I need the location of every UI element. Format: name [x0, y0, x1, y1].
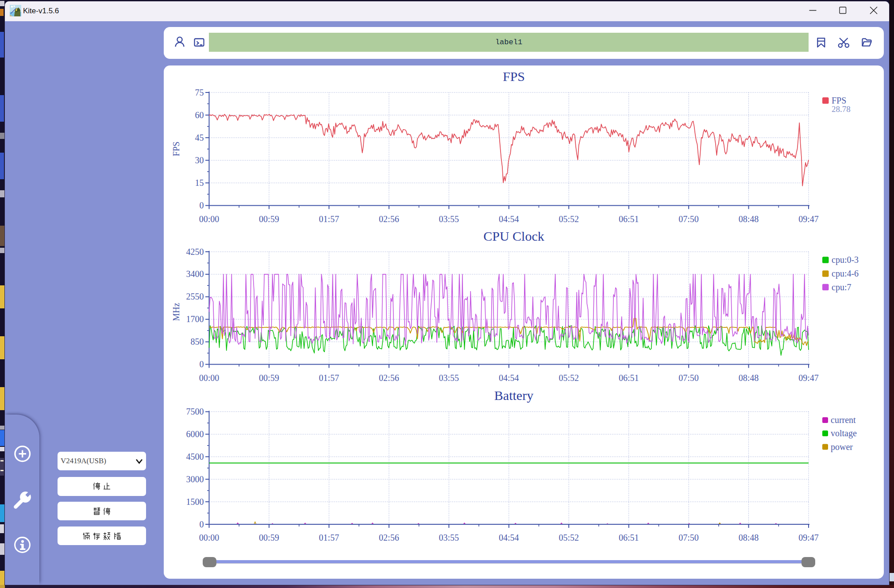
svg-text:07:50: 07:50	[678, 373, 699, 383]
svg-text:07:50: 07:50	[678, 214, 699, 224]
svg-text:09:47: 09:47	[798, 214, 819, 224]
svg-text:04:54: 04:54	[499, 373, 519, 383]
svg-text:05:52: 05:52	[559, 533, 579, 542]
svg-text:00:59: 00:59	[259, 533, 279, 542]
svg-text:0: 0	[200, 200, 204, 210]
svg-text:06:51: 06:51	[619, 214, 639, 224]
svg-text:06:51: 06:51	[619, 373, 639, 383]
svg-text:05:52: 05:52	[559, 373, 579, 383]
svg-text:Battery: Battery	[494, 388, 533, 403]
svg-text:04:54: 04:54	[499, 533, 519, 542]
svg-text:02:56: 02:56	[379, 214, 399, 224]
svg-text:06:51: 06:51	[619, 533, 639, 542]
svg-text:cpu:7: cpu:7	[832, 282, 851, 292]
svg-text:00:00: 00:00	[199, 373, 220, 383]
svg-text:45: 45	[195, 133, 204, 142]
svg-text:6000: 6000	[186, 429, 204, 439]
svg-text:09:47: 09:47	[798, 373, 819, 383]
svg-text:cpu:0-3: cpu:0-3	[832, 255, 859, 265]
svg-text:08:48: 08:48	[739, 373, 759, 383]
svg-text:03:55: 03:55	[439, 373, 459, 383]
svg-text:75: 75	[195, 88, 204, 97]
svg-text:00:00: 00:00	[199, 533, 220, 542]
svg-text:FPS: FPS	[171, 142, 181, 156]
svg-text:01:57: 01:57	[319, 214, 339, 224]
svg-text:850: 850	[191, 337, 204, 346]
svg-text:CPU Clock: CPU Clock	[483, 229, 544, 243]
svg-text:03:55: 03:55	[439, 214, 459, 224]
svg-text:MHz: MHz	[171, 303, 181, 321]
svg-text:3400: 3400	[186, 269, 204, 279]
svg-text:voltage: voltage	[831, 428, 857, 438]
svg-text:04:54: 04:54	[499, 214, 519, 224]
svg-text:cpu:4-6: cpu:4-6	[832, 269, 859, 279]
svg-text:power: power	[831, 442, 853, 452]
svg-text:00:59: 00:59	[259, 214, 279, 224]
svg-text:4250: 4250	[186, 247, 204, 257]
svg-text:05:52: 05:52	[559, 214, 579, 224]
svg-text:15: 15	[195, 178, 204, 188]
svg-text:0: 0	[200, 519, 204, 529]
svg-text:00:59: 00:59	[259, 373, 279, 383]
svg-text:07:50: 07:50	[678, 533, 699, 542]
svg-text:4500: 4500	[186, 452, 204, 461]
svg-text:30: 30	[195, 155, 204, 165]
svg-text:28.78: 28.78	[832, 104, 851, 114]
svg-text:FPS: FPS	[832, 96, 846, 105]
svg-text:2550: 2550	[186, 292, 204, 301]
svg-text:09:47: 09:47	[798, 533, 819, 542]
svg-text:FPS: FPS	[503, 69, 525, 84]
svg-text:08:48: 08:48	[739, 533, 759, 542]
svg-text:02:56: 02:56	[379, 373, 399, 383]
svg-text:1700: 1700	[186, 314, 204, 324]
svg-text:03:55: 03:55	[439, 533, 459, 542]
svg-text:00:00: 00:00	[199, 214, 220, 224]
svg-text:current: current	[831, 415, 856, 425]
svg-text:3000: 3000	[186, 474, 204, 484]
svg-text:02:56: 02:56	[379, 533, 399, 542]
svg-text:60: 60	[195, 110, 204, 120]
svg-text:08:48: 08:48	[739, 214, 759, 224]
svg-text:1500: 1500	[186, 497, 204, 507]
svg-text:7500: 7500	[186, 407, 204, 416]
svg-text:01:57: 01:57	[319, 373, 339, 383]
svg-text:01:57: 01:57	[319, 533, 339, 542]
svg-text:0: 0	[200, 359, 204, 369]
